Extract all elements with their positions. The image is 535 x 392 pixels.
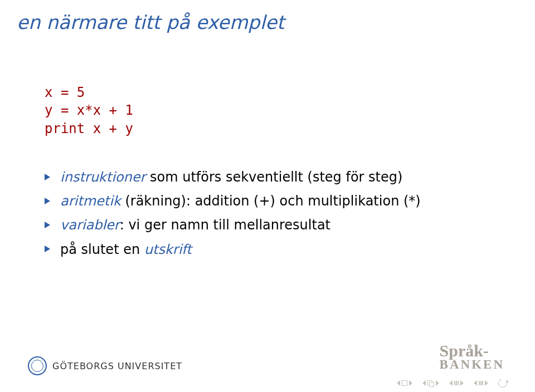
beamer-nav xyxy=(397,379,507,388)
university-logo: GÖTEBORGS UNIVERSITET xyxy=(28,356,182,375)
prev-slide-icon xyxy=(397,380,400,386)
bullet-text: : vi ger namn till mellanresultat xyxy=(120,217,330,233)
bullet-term: utskrift xyxy=(144,242,192,257)
bullet-text: som utförs sekventiellt (steg för steg) xyxy=(145,169,402,185)
subsection-icon xyxy=(479,381,483,385)
footer: GÖTEBORGS UNIVERSITET Språk- BANKEN xyxy=(0,353,535,392)
prev-frame-icon xyxy=(422,380,426,386)
frame-icon xyxy=(427,380,434,386)
next-frame-icon xyxy=(436,380,439,386)
bullet-text: på slutet en xyxy=(60,242,144,257)
sprak-top: Språk- xyxy=(440,343,504,359)
bullet-term: instruktioner xyxy=(60,169,145,185)
sprak-bottom: BANKEN xyxy=(440,359,504,371)
slide: en närmare titt på exemplet x = 5 y = x*… xyxy=(0,0,535,392)
bullet-list: instruktioner som utförs sekventiellt (s… xyxy=(45,167,421,263)
section-icon xyxy=(454,381,459,385)
slide-title: en närmare titt på exemplet xyxy=(17,11,284,33)
next-section-icon xyxy=(460,380,464,386)
bullet-term: variabler xyxy=(60,217,120,233)
bullet-item: instruktioner som utförs sekventiellt (s… xyxy=(45,167,421,188)
bullet-icon xyxy=(45,198,50,204)
next-slide-icon xyxy=(409,380,412,386)
nav-frame[interactable] xyxy=(422,380,439,386)
bullet-item: på slutet en utskrift xyxy=(45,239,421,260)
university-name: GÖTEBORGS UNIVERSITET xyxy=(52,361,182,371)
nav-slide[interactable] xyxy=(397,380,412,386)
bullet-term: aritmetik xyxy=(60,193,121,209)
back-icon[interactable] xyxy=(497,377,508,389)
bullet-icon xyxy=(45,222,50,228)
next-subsection-icon xyxy=(485,380,488,386)
bullet-text: (räkning): addition (+) och multiplikati… xyxy=(121,193,421,209)
nav-section[interactable] xyxy=(449,380,464,386)
bullet-item: aritmetik (räkning): addition (+) och mu… xyxy=(45,191,421,212)
nav-subsection[interactable] xyxy=(474,380,488,386)
prev-section-icon xyxy=(449,380,453,386)
seal-icon xyxy=(28,356,47,375)
sprakbanken-logo: Språk- BANKEN xyxy=(440,343,504,371)
slide-icon xyxy=(402,380,407,386)
bullet-icon xyxy=(45,174,50,180)
bullet-item: variabler: vi ger namn till mellanresult… xyxy=(45,215,421,236)
prev-subsection-icon xyxy=(474,380,477,386)
code-block: x = 5 y = x*x + 1 print x + y xyxy=(45,84,133,138)
bullet-icon xyxy=(45,246,50,252)
